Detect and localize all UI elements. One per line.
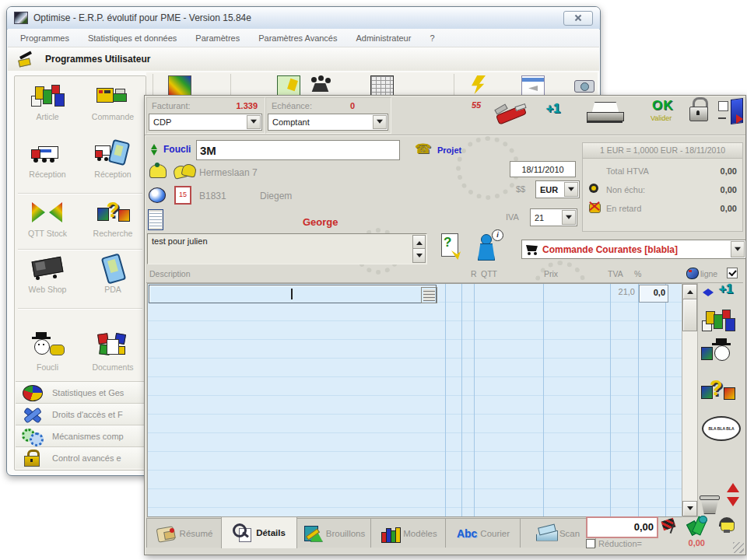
sidebar-item-recherche[interactable]: ? Recherche [80, 196, 146, 250]
minimize-dash-icon[interactable] [718, 117, 726, 119]
sidebar-item-control-avances[interactable]: Control avancés e [16, 446, 145, 468]
tab-resume[interactable]: Résumé [146, 518, 223, 548]
currency-combo[interactable]: EUR [535, 180, 580, 198]
sidebar-item-pda[interactable]: PDA [80, 252, 146, 306]
grid-scrollbar[interactable] [682, 283, 698, 517]
sidebar-item-article[interactable]: Article [15, 79, 80, 134]
chevron-down-icon[interactable] [373, 115, 387, 129]
card-scissors-icon[interactable] [521, 75, 545, 96]
maximize-box-icon[interactable] [718, 101, 728, 111]
chevron-down-icon[interactable] [562, 210, 576, 225]
tab-details[interactable]: Détails [221, 516, 297, 548]
calendar-icon[interactable]: 15 [174, 186, 191, 205]
row-pct-cell[interactable]: 0,0 [639, 285, 668, 303]
chevron-down-icon[interactable] [247, 115, 261, 129]
memo-field[interactable]: test pour julien [147, 233, 427, 264]
tab-scan[interactable]: Scan [520, 518, 596, 548]
printer-icon[interactable] [585, 102, 626, 125]
scroll-up-button[interactable] [682, 284, 697, 299]
move-down-arrow[interactable] [727, 497, 739, 513]
globe-icon[interactable] [148, 187, 167, 203]
help-document-icon[interactable]: ? [440, 233, 462, 261]
cell-drag-grip[interactable] [421, 287, 437, 303]
menu-help[interactable]: ? [430, 33, 434, 43]
article-lookup-icon[interactable] [700, 306, 736, 336]
swiss-knife-icon[interactable] [495, 102, 529, 125]
bell-icon[interactable] [148, 163, 168, 180]
camera-icon[interactable] [573, 75, 594, 94]
ok-valider-button[interactable]: OK [652, 98, 674, 114]
line-total-field[interactable]: 0,00 [586, 516, 658, 538]
sidebar-item-web-shop[interactable]: Web Shop [15, 252, 80, 306]
order-lines-grid[interactable]: 21,0 0,0 [147, 283, 682, 517]
swap-arrows-icon[interactable] [699, 286, 714, 299]
tab-modeles[interactable]: Modèles [370, 518, 447, 548]
phone-icon[interactable]: ☎ [415, 141, 431, 157]
sidebar-separator [18, 308, 142, 309]
lightning-icon[interactable] [472, 75, 486, 94]
search-lines-icon[interactable]: ? [700, 376, 736, 406]
menu-programmes[interactable]: Programmes [20, 33, 69, 43]
tab-brouillons[interactable]: Brouillons [296, 518, 372, 548]
memo-scroll-down[interactable] [412, 248, 426, 263]
col-r[interactable]: R [471, 269, 477, 278]
tab-courier[interactable]: Abc Courier [445, 518, 521, 548]
images-icon[interactable] [168, 75, 191, 96]
client-info-icon[interactable]: i [476, 229, 504, 262]
close-button[interactable] [563, 11, 593, 26]
invoice-window: Facturant: 1.339 CDP Echéance: 0 Comptan… [144, 95, 746, 555]
menu-parametres-avances[interactable]: Paramètres Avancés [258, 33, 337, 43]
resize-grip[interactable] [733, 542, 744, 553]
people-group-icon[interactable] [310, 75, 331, 94]
client-name-input[interactable] [196, 140, 400, 160]
order-type-combo[interactable]: Commande Courantes [blabla] [521, 240, 746, 259]
sidebar-item-reception-1[interactable]: Réception [15, 137, 80, 191]
sidebar-item-reception-2[interactable]: Réception [80, 137, 146, 191]
facturant-combo[interactable]: CDP [149, 114, 262, 131]
vat-combo[interactable]: 21 [530, 208, 577, 226]
col-qtt[interactable]: QTT [481, 269, 497, 278]
multiline-checkbox[interactable] [727, 268, 738, 278]
bells-pair-icon[interactable] [173, 163, 196, 180]
lock-icon[interactable] [688, 97, 710, 125]
menu-parametres[interactable]: Paramètres [195, 33, 240, 43]
echeance-combo[interactable]: Comptant [268, 114, 388, 131]
add-one-button[interactable]: +1 [546, 102, 560, 116]
sidebar-item-mecanismes[interactable]: Mécanismes comp [16, 425, 145, 446]
lamp-icon[interactable] [717, 516, 738, 536]
chevron-down-icon[interactable] [564, 182, 578, 197]
scrollbar-thumb[interactable] [682, 299, 697, 331]
reduction-checkbox[interactable] [586, 539, 595, 548]
client-selector-arrows-icon[interactable] [150, 141, 158, 158]
money-icon[interactable] [277, 75, 300, 96]
description-edit-cell[interactable] [149, 285, 437, 303]
add-line-button[interactable]: +1 [719, 282, 733, 296]
sidebar-item-foucli[interactable]: Foucli [15, 330, 80, 384]
menu-administrateur[interactable]: Administrateur [356, 33, 411, 43]
sidebar-item-statistiques[interactable]: Statistiques et Ges [16, 381, 145, 403]
menu-statistiques[interactable]: Statistiques et données [88, 33, 177, 43]
grid-column-line [543, 284, 544, 516]
sidebar-item-documents[interactable]: Documents [80, 330, 146, 384]
scroll-down-button[interactable] [682, 501, 697, 516]
client-lookup-icon[interactable] [700, 341, 736, 370]
sidebar-item-qtt-stock[interactable]: QTT Stock [15, 196, 80, 250]
date-input[interactable] [510, 161, 576, 177]
trash-icon[interactable] [699, 494, 721, 516]
sidebar-item-commande[interactable]: Commande [80, 79, 146, 134]
sidebar-item-droits-acces[interactable]: Droits d'accès et F [16, 403, 145, 425]
blabla-bubble-icon[interactable]: BLA BLA BLA [702, 416, 741, 441]
projet-label[interactable]: Projet [437, 145, 461, 155]
exit-door-icon[interactable] [729, 99, 745, 125]
col-tva[interactable]: TVA [608, 269, 623, 278]
non-echu-value: 0,00 [721, 185, 737, 194]
building-icon[interactable] [370, 75, 394, 96]
col-pct[interactable]: % [634, 269, 641, 278]
col-description[interactable]: Description [149, 269, 191, 278]
notepad-icon[interactable] [148, 209, 163, 230]
flag-icon[interactable] [661, 518, 676, 535]
col-prix[interactable]: Prix [544, 269, 558, 278]
chevron-down-icon[interactable] [731, 241, 745, 257]
money-check-icon[interactable] [688, 516, 708, 534]
move-up-arrow[interactable] [727, 477, 739, 492]
